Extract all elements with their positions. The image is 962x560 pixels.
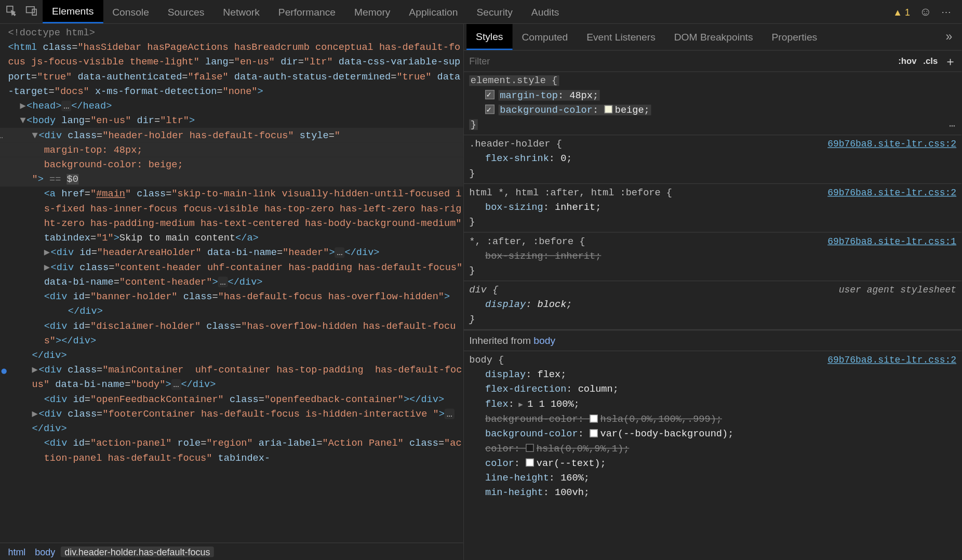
crumb-html[interactable]: html [4, 546, 30, 557]
new-style-rule-icon[interactable]: ＋ [944, 53, 956, 69]
banner-holder-close[interactable]: </div> [0, 304, 463, 318]
warning-count: 1 [905, 6, 910, 17]
rule-element-style[interactable]: element.style { margin-top: 48px; backgr… [464, 72, 961, 136]
inline-style-2: background-color: beige; [44, 159, 183, 170]
color-swatch-icon[interactable] [526, 444, 533, 451]
tab-audits[interactable]: Audits [522, 0, 568, 23]
svg-rect-1 [26, 7, 34, 13]
more-icon[interactable]: ⋯ [941, 6, 953, 18]
tab-sources[interactable]: Sources [158, 0, 214, 23]
selector: .header-holder { [469, 139, 562, 150]
rule-html-star[interactable]: 69b76ba8.site-ltr.css:2 html *, html :af… [464, 184, 961, 233]
body-node[interactable]: ▼<body lang="en-us" dir="ltr"> [0, 113, 463, 128]
source-link[interactable]: 69b76ba8.site-ltr.css:2 [827, 353, 956, 367]
action-panel-node[interactable]: <div id="action-panel" role="region" ari… [0, 436, 463, 465]
main-container-node[interactable]: ▶<div class="mainContainer uhf-container… [0, 363, 463, 392]
banner-holder-node[interactable]: <div id="banner-holder" class="has-defau… [0, 289, 463, 304]
rule-div-ua[interactable]: user agent stylesheet div { display: blo… [464, 281, 961, 330]
color-swatch-icon[interactable] [604, 105, 612, 113]
tab-elements[interactable]: Elements [43, 0, 103, 23]
html-node[interactable]: <html class="hasSidebar hasPageActions h… [0, 40, 463, 99]
devtools-right-tools: ▲1 ☺ ⋯ [893, 5, 961, 19]
styles-tab-event-listeners[interactable]: Event Listeners [577, 24, 665, 50]
styles-tab-properties[interactable]: Properties [763, 24, 827, 50]
tab-console[interactable]: Console [103, 0, 158, 23]
device-toolbar-icon[interactable] [25, 5, 37, 19]
tab-performance[interactable]: Performance [269, 0, 345, 23]
inspect-element-icon[interactable] [5, 5, 17, 19]
footer-container-node[interactable]: ▶<div class="footerContainer has-default… [0, 407, 463, 436]
inherited-separator: Inherited from body [464, 330, 961, 351]
skip-link-node[interactable]: <a href="#main" class="skip-to-main-link… [0, 186, 463, 245]
rule-body[interactable]: 69b76ba8.site-ltr.css:2 body { display: … [464, 351, 961, 502]
styles-tabs-overflow-icon[interactable]: » [939, 30, 959, 44]
dom-breadcrumb: html body div.header-holder.has-default-… [0, 542, 463, 559]
styles-tab-dom-breakpoints[interactable]: DOM Breakpoints [665, 24, 763, 50]
source-link[interactable]: 69b76ba8.site-ltr.css:2 [827, 137, 956, 151]
color-swatch-icon[interactable] [590, 415, 597, 422]
inline-style-1: margin-top: 48px; [44, 144, 143, 155]
selector: html *, html :after, html :before { [469, 188, 672, 198]
styles-tabs: Styles Computed Event Listeners DOM Brea… [464, 24, 961, 50]
ua-stylesheet-label: user agent stylesheet [839, 283, 956, 297]
crumb-selected[interactable]: div.header-holder.has-default-focus [61, 546, 215, 557]
selector-element-style: element.style { [469, 75, 559, 86]
dom-tree[interactable]: <!doctype html> <html class="hasSidebar … [0, 24, 463, 542]
styles-filter-input[interactable] [469, 56, 891, 66]
feedback-container-node[interactable]: <div id="openFeedbackContainer" class="o… [0, 392, 463, 406]
elements-dom-pane: <!doctype html> <html class="hasSidebar … [0, 24, 463, 560]
header-holder-close[interactable]: </div> [0, 348, 463, 363]
content-header-node[interactable]: ▶<div class="content-header uhf-containe… [0, 260, 463, 289]
styles-tab-styles[interactable]: Styles [466, 24, 512, 50]
styles-pane: Styles Computed Event Listeners DOM Brea… [463, 24, 962, 560]
selector: *, :after, :before { [469, 236, 585, 247]
styles-tab-computed[interactable]: Computed [512, 24, 577, 50]
feedback-icon[interactable]: ☺ [919, 5, 932, 19]
more-icon[interactable]: ⋯ [949, 118, 956, 133]
tab-network[interactable]: Network [213, 0, 269, 23]
selector: div { [469, 285, 498, 296]
crumb-body[interactable]: body [31, 546, 59, 557]
source-link[interactable]: 69b76ba8.site-ltr.css:2 [827, 185, 956, 200]
brace-close: } [469, 119, 477, 130]
styles-filter-bar: :hov .cls ＋ [464, 51, 961, 72]
rule-header-holder[interactable]: 69b76ba8.site-ltr.css:2 .header-holder {… [464, 135, 961, 184]
warning-icon: ▲ [893, 6, 902, 17]
hov-button[interactable]: :hov [898, 56, 916, 66]
tab-memory[interactable]: Memory [345, 0, 399, 23]
tab-security[interactable]: Security [467, 0, 522, 23]
head-node[interactable]: ▶<head>…</head> [0, 99, 463, 113]
cls-button[interactable]: .cls [923, 56, 938, 66]
doctype-node[interactable]: <!doctype html> [8, 28, 95, 38]
selector: body { [469, 355, 504, 366]
disclaimer-node[interactable]: <div id="disclaimer-holder" class="has-o… [0, 318, 463, 348]
header-area-node[interactable]: ▶<div id="headerAreaHolder" data-bi-name… [0, 245, 463, 260]
color-swatch-icon[interactable] [526, 459, 533, 466]
styles-rules[interactable]: element.style { margin-top: 48px; backgr… [464, 72, 961, 560]
rule-star[interactable]: 69b76ba8.site-ltr.css:1 *, :after, :befo… [464, 233, 961, 282]
checkbox-icon[interactable] [485, 90, 495, 99]
inspect-tools [0, 5, 43, 19]
inherited-from-link[interactable]: body [533, 335, 555, 346]
warnings-badge[interactable]: ▲1 [893, 6, 910, 17]
selected-node[interactable]: ▼<div class="header-holder has-default-f… [0, 128, 463, 142]
source-link[interactable]: 69b76ba8.site-ltr.css:1 [827, 234, 956, 248]
devtools-main-tabs: Elements Console Sources Network Perform… [0, 0, 961, 24]
tab-application[interactable]: Application [399, 0, 467, 23]
checkbox-icon[interactable] [485, 104, 495, 114]
color-swatch-icon[interactable] [590, 429, 597, 437]
